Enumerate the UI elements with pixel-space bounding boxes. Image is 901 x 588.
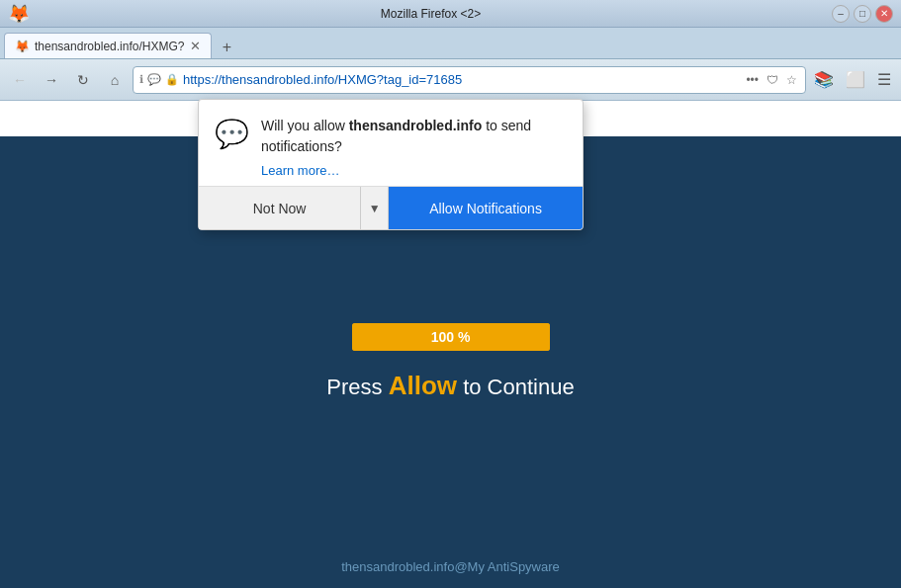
address-bar[interactable]: ℹ 💬 🔒 https://thensandrobled.info/HXMG?t…	[133, 66, 806, 94]
allow-label: Allow Notifications	[429, 201, 542, 216]
popup-question-text: Will you allow thensandrobled.info to se…	[261, 118, 531, 154]
shield-icon: 🛡	[765, 71, 780, 89]
minimize-button[interactable]: –	[832, 5, 850, 23]
firefox-logo-icon: 🦊	[8, 3, 30, 25]
tab-favicon-icon: 🦊	[15, 40, 29, 53]
home-button[interactable]: ⌂	[101, 66, 129, 94]
navigation-toolbar: ← → ↻ ⌂ ℹ 💬 🔒 https://thensandrobled.inf…	[0, 59, 901, 101]
back-button[interactable]: ←	[6, 66, 34, 94]
allow-word: Allow	[389, 371, 457, 400]
toolbar-right: 📚 ⬜ ☰	[810, 68, 895, 91]
reload-button[interactable]: ↻	[69, 66, 97, 94]
titlebar-left: 🦊	[8, 3, 30, 25]
progress-bar: 100 %	[352, 323, 550, 351]
not-now-label: Not Now	[253, 201, 307, 216]
not-now-button[interactable]: Not Now	[199, 187, 361, 229]
allow-notifications-button[interactable]: Allow Notifications	[389, 187, 583, 229]
popup-actions: Not Now ▼ Allow Notifications	[199, 186, 583, 229]
close-button[interactable]: ✕	[875, 5, 893, 23]
new-tab-button[interactable]: +	[214, 37, 239, 58]
press-allow-message: Press Allow to Continue	[326, 371, 574, 401]
question-prefix: Will you allow	[261, 118, 349, 133]
popup-body: 💬 Will you allow thensandrobled.info to …	[199, 100, 583, 186]
popup-message: Will you allow thensandrobled.info to se…	[261, 116, 567, 178]
forward-button[interactable]: →	[38, 66, 65, 94]
footer-text: thensandrobled.info@My AntiSpyware	[341, 559, 560, 574]
more-actions-button[interactable]: •••	[744, 71, 761, 89]
window-controls: – □ ✕	[832, 5, 893, 23]
bookmark-button[interactable]: ☆	[784, 71, 799, 89]
library-icon[interactable]: 📚	[810, 68, 838, 91]
press-text: Press	[326, 375, 388, 399]
progress-text: 100 %	[431, 329, 471, 345]
tab-title: thensandrobled.info/HXMG?	[35, 40, 184, 53]
chat-icon: 💬	[147, 73, 161, 86]
notification-icon: 💬	[215, 118, 249, 150]
more-menu-icon[interactable]: ☰	[873, 68, 895, 91]
active-tab[interactable]: 🦊 thensandrobled.info/HXMG? ✕	[4, 33, 212, 58]
info-icon: ℹ	[139, 73, 143, 86]
tab-bar: 🦊 thensandrobled.info/HXMG? ✕ +	[0, 28, 901, 59]
url-text: https://thensandrobled.info/HXMG?tag_id=…	[183, 72, 740, 87]
tab-close-button[interactable]: ✕	[190, 39, 201, 53]
window-title: Mozilla Firefox <2>	[30, 7, 832, 21]
popup-site: thensandrobled.info	[349, 118, 483, 133]
titlebar: 🦊 Mozilla Firefox <2> – □ ✕	[0, 0, 901, 28]
tabs-icon[interactable]: ⬜	[842, 68, 869, 91]
notification-popup: 💬 Will you allow thensandrobled.info to …	[198, 99, 584, 230]
learn-more-link[interactable]: Learn more…	[261, 163, 567, 178]
maximize-button[interactable]: □	[854, 5, 871, 23]
not-now-dropdown-button[interactable]: ▼	[361, 187, 389, 229]
continue-text: to Continue	[457, 375, 575, 399]
secure-icon: 🔒	[165, 73, 179, 86]
